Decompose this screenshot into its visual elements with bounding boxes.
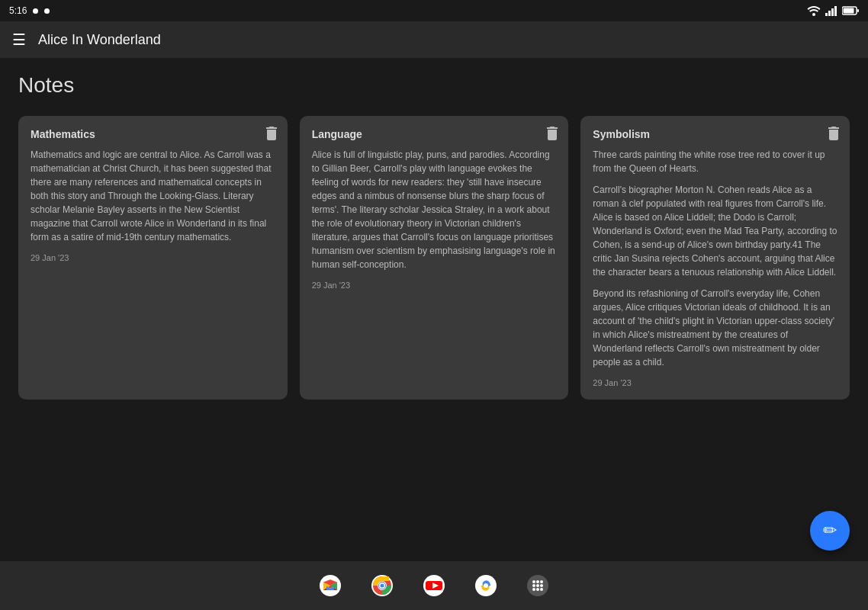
note-title-symbolism: Symbolism (593, 128, 837, 140)
symbolism-para-1: Three cards painting the white rose tree… (593, 148, 837, 175)
note-title-mathematics: Mathematics (31, 128, 275, 140)
fab-create-note[interactable]: ✏ (810, 511, 850, 551)
battery-icon (842, 6, 859, 15)
note-title-language: Language (312, 128, 557, 140)
svg-point-20 (484, 583, 488, 588)
svg-rect-6 (834, 6, 837, 16)
svg-point-0 (33, 8, 38, 14)
note-body-language: Alice is full of linguistic play, puns, … (312, 148, 557, 271)
svg-rect-8 (844, 8, 854, 14)
svg-point-25 (532, 584, 535, 587)
symbolism-para-2: Carroll's biographer Morton N. Cohen rea… (593, 183, 837, 279)
note-card-language[interactable]: Language Alice is full of linguistic pla… (300, 116, 569, 400)
signal-icon (825, 5, 837, 16)
status-right (807, 5, 859, 16)
notes-grid: Mathematics Mathematics and logic are ce… (18, 116, 850, 400)
symbolism-para-3: Beyond its refashioning of Carroll's eve… (593, 287, 837, 369)
top-bar: ☰ Alice In Wonderland (0, 21, 868, 58)
svg-point-24 (540, 580, 543, 583)
svg-point-23 (536, 580, 539, 583)
svg-rect-9 (857, 9, 859, 12)
note-card-mathematics[interactable]: Mathematics Mathematics and logic are ce… (18, 116, 288, 400)
svg-point-22 (532, 580, 535, 583)
svg-point-15 (381, 584, 384, 588)
dock-photos[interactable] (471, 570, 501, 601)
note-body-symbolism: Three cards painting the white rose tree… (593, 148, 837, 369)
svg-point-27 (540, 584, 543, 587)
bottom-dock (0, 561, 868, 610)
svg-point-1 (44, 8, 50, 14)
svg-point-30 (540, 588, 543, 591)
dock-chrome[interactable] (367, 570, 397, 601)
note-date-symbolism: 29 Jan '23 (593, 378, 837, 387)
fab-edit-icon: ✏ (823, 521, 837, 541)
dock-youtube[interactable] (419, 570, 449, 601)
delete-button-mathematics[interactable] (265, 125, 278, 145)
top-bar-title: Alice In Wonderland (38, 32, 161, 48)
note-date-mathematics: 29 Jan '23 (31, 253, 275, 262)
note-card-symbolism[interactable]: Symbolism Three cards painting the white… (580, 116, 850, 400)
svg-point-29 (536, 588, 539, 591)
note-body-mathematics: Mathematics and logic are central to Ali… (31, 148, 275, 244)
main-content: Notes Mathematics Mathematics and logic … (0, 58, 868, 561)
dock-gmail[interactable] (315, 570, 346, 601)
svg-point-26 (536, 584, 539, 587)
status-time: 5:16 (9, 5, 27, 16)
svg-point-2 (812, 13, 815, 16)
note-date-language: 29 Jan '23 (312, 281, 557, 290)
wifi-icon (807, 5, 821, 16)
svg-point-28 (532, 588, 535, 591)
status-bar: 5:16 (0, 0, 868, 21)
svg-rect-3 (825, 13, 828, 16)
delete-button-language[interactable] (545, 125, 559, 145)
svg-rect-4 (828, 11, 831, 16)
dot-icon-2 (44, 8, 50, 14)
dot-icon-1 (33, 8, 38, 14)
delete-button-symbolism[interactable] (827, 125, 841, 145)
status-left: 5:16 (9, 5, 50, 16)
svg-rect-5 (831, 8, 834, 16)
hamburger-menu-icon[interactable]: ☰ (12, 30, 26, 49)
dock-app-drawer[interactable] (522, 570, 553, 601)
page-title: Notes (18, 73, 850, 98)
